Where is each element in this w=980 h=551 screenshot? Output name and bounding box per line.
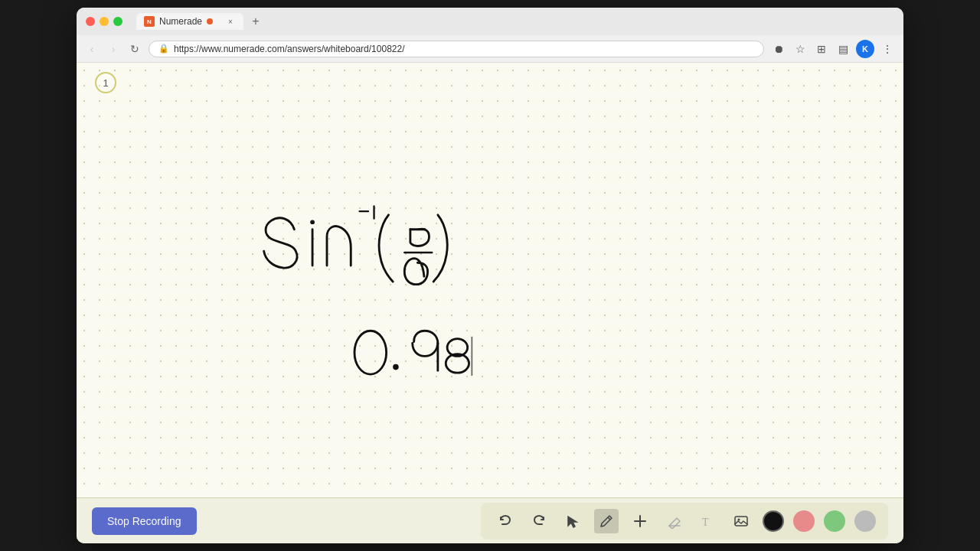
image-tool-button[interactable] bbox=[729, 509, 753, 533]
select-icon bbox=[565, 514, 580, 529]
svg-point-2 bbox=[393, 364, 399, 370]
minimize-button[interactable] bbox=[100, 17, 109, 26]
math-drawing bbox=[77, 63, 903, 497]
toolbar-right: ⏺ ☆ ⊞ ▤ K ⋮ bbox=[770, 40, 896, 58]
lock-icon: 🔒 bbox=[158, 44, 169, 54]
extensions-icon[interactable]: ⊞ bbox=[813, 41, 830, 57]
address-bar: ‹ › ↻ 🔒 https://www.numerade.com/answers… bbox=[77, 35, 903, 63]
svg-point-1 bbox=[354, 331, 387, 374]
eraser-tool-button[interactable] bbox=[662, 509, 686, 533]
stop-recording-button[interactable]: Stop Recording bbox=[92, 507, 197, 535]
traffic-lights bbox=[86, 17, 122, 26]
menu-icon[interactable]: ⋮ bbox=[879, 41, 896, 57]
new-tab-button[interactable]: + bbox=[247, 12, 265, 31]
browser-window: N Numerade × + ‹ › ↻ 🔒 https://www.numer… bbox=[77, 8, 903, 543]
select-tool-button[interactable] bbox=[560, 509, 585, 533]
screen-record-icon[interactable]: ⏺ bbox=[770, 41, 787, 57]
bookmark-icon[interactable]: ☆ bbox=[792, 41, 808, 57]
page-number-badge: 1 bbox=[95, 72, 116, 93]
image-icon bbox=[733, 514, 749, 529]
title-bar: N Numerade × + bbox=[77, 8, 903, 35]
url-text: https://www.numerade.com/answers/whitebo… bbox=[174, 44, 405, 54]
color-pink[interactable] bbox=[793, 510, 815, 532]
maximize-button[interactable] bbox=[113, 17, 122, 26]
add-icon bbox=[632, 514, 648, 529]
text-icon: T bbox=[700, 514, 715, 529]
color-green[interactable] bbox=[824, 510, 845, 532]
close-button[interactable] bbox=[86, 17, 95, 26]
svg-point-3 bbox=[447, 339, 468, 357]
svg-point-0 bbox=[310, 220, 315, 224]
add-tool-button[interactable] bbox=[628, 509, 652, 533]
back-button[interactable]: ‹ bbox=[84, 41, 100, 57]
tab-title: Numerade bbox=[159, 16, 202, 27]
undo-icon bbox=[498, 514, 513, 529]
eraser-icon bbox=[666, 514, 681, 529]
recording-dot bbox=[207, 18, 213, 24]
text-tool-button[interactable]: T bbox=[695, 509, 720, 533]
undo-button[interactable] bbox=[493, 509, 518, 533]
pen-tool-button[interactable] bbox=[594, 509, 619, 533]
svg-rect-10 bbox=[735, 517, 747, 526]
forward-button[interactable]: › bbox=[106, 41, 121, 57]
color-black[interactable] bbox=[763, 510, 784, 532]
sidebar-icon[interactable]: ▤ bbox=[835, 41, 851, 57]
svg-text:T: T bbox=[702, 517, 709, 528]
drawing-toolbar: T bbox=[481, 503, 888, 540]
color-gray[interactable] bbox=[854, 510, 876, 532]
svg-point-4 bbox=[446, 354, 469, 373]
pen-icon bbox=[599, 514, 614, 529]
bottom-toolbar: Stop Recording bbox=[77, 497, 903, 543]
svg-point-11 bbox=[738, 518, 740, 520]
whiteboard-canvas[interactable]: 1 bbox=[77, 63, 903, 497]
redo-icon bbox=[531, 514, 547, 529]
tab-favicon: N bbox=[144, 16, 155, 27]
tab-bar: N Numerade × + bbox=[136, 12, 894, 31]
tab-close-button[interactable]: × bbox=[225, 16, 236, 27]
url-bar[interactable]: 🔒 https://www.numerade.com/answers/white… bbox=[149, 41, 764, 57]
profile-button[interactable]: K bbox=[856, 40, 874, 58]
redo-button[interactable] bbox=[527, 509, 551, 533]
active-tab[interactable]: N Numerade × bbox=[136, 13, 243, 30]
refresh-button[interactable]: ↻ bbox=[127, 41, 142, 57]
